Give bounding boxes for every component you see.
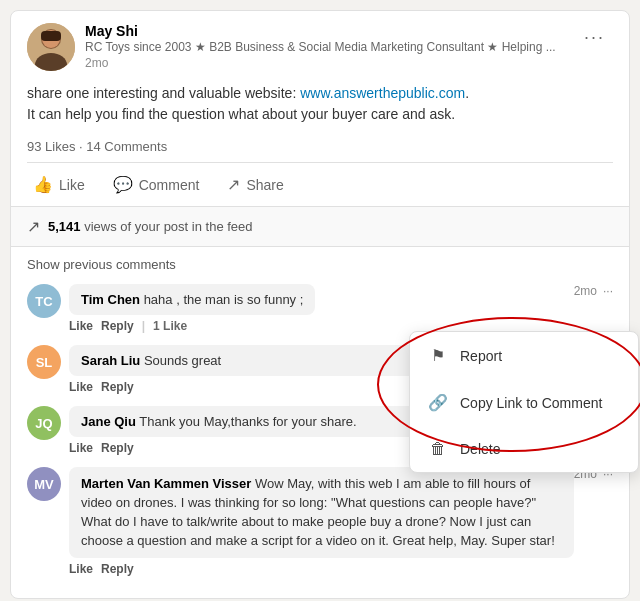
trash-icon: 🗑	[428, 440, 448, 458]
context-menu-report[interactable]: ⚑ Report	[410, 332, 638, 379]
post-time: 2mo	[85, 56, 556, 70]
context-menu: ⚑ Report 🔗 Copy Link to Comment 🗑 Delete	[409, 331, 639, 473]
comment-icon: 💬	[113, 175, 133, 194]
context-menu-report-label: Report	[460, 348, 502, 364]
comment-right-tim: 2mo ···	[574, 284, 613, 298]
commenter-name-tim: Tim Chen	[81, 292, 140, 307]
share-icon: ↗	[227, 175, 240, 194]
comment-actions-marten: Like Reply	[69, 562, 613, 576]
like-btn-marten[interactable]: Like	[69, 562, 93, 576]
comment-bubble-marten: Marten Van Kammen Visser Wow May, with t…	[69, 467, 574, 558]
reply-btn-marten[interactable]: Reply	[101, 562, 134, 576]
commenter-name-sarah: Sarah Liu	[81, 353, 140, 368]
avatar-sarah: SL	[27, 345, 61, 379]
likes-count-tim: 1 Like	[153, 319, 187, 333]
like-icon: 👍	[33, 175, 53, 194]
comment-menu-tim[interactable]: ···	[603, 284, 613, 298]
action-bar: 👍 Like 💬 Comment ↗ Share	[11, 163, 629, 206]
post-content: share one interesting and valuable websi…	[11, 79, 629, 135]
context-menu-copy-link[interactable]: 🔗 Copy Link to Comment	[410, 379, 638, 426]
post-text-before: share one interesting and valuable websi…	[27, 85, 300, 101]
reply-btn-jane[interactable]: Reply	[101, 441, 134, 455]
comment-text-sarah: Sounds great	[144, 353, 221, 368]
author-subtitle: RC Toys since 2003 ★ B2B Business & Soci…	[85, 39, 556, 56]
like-btn-jane[interactable]: Like	[69, 441, 93, 455]
avatar-jane: JQ	[27, 406, 61, 440]
like-btn-tim[interactable]: Like	[69, 319, 93, 333]
comment-time-tim: 2mo	[574, 284, 597, 298]
context-menu-copy-link-label: Copy Link to Comment	[460, 395, 602, 411]
like-button[interactable]: 👍 Like	[19, 167, 99, 202]
reply-btn-sarah[interactable]: Reply	[101, 380, 134, 394]
commenter-name-marten: Marten Van Kammen Visser	[81, 476, 251, 491]
comment-bubble-tim: Tim Chen haha , the man is so funny ;	[69, 284, 315, 315]
share-label: Share	[246, 177, 283, 193]
views-count: 5,141 views of your post in the feed	[48, 219, 253, 234]
views-chart-icon: ↗	[27, 217, 40, 236]
comment-tim: TC Tim Chen haha , the man is so funny ;…	[27, 284, 613, 333]
svg-rect-4	[41, 31, 61, 41]
comment-row-top-marten: Marten Van Kammen Visser Wow May, with t…	[69, 467, 613, 558]
like-btn-sarah[interactable]: Like	[69, 380, 93, 394]
commenter-name-jane: Jane Qiu	[81, 414, 136, 429]
comment-button[interactable]: 💬 Comment	[99, 167, 214, 202]
comment-body-tim: Tim Chen haha , the man is so funny ; 2m…	[69, 284, 613, 333]
comment-text-tim: haha , the man is so funny ;	[144, 292, 304, 307]
post-stats: 93 Likes · 14 Comments	[11, 135, 629, 162]
author-avatar	[27, 23, 75, 71]
comment-marten: MV Marten Van Kammen Visser Wow May, wit…	[27, 467, 613, 576]
reply-btn-tim[interactable]: Reply	[101, 319, 134, 333]
show-previous-comments[interactable]: Show previous comments	[27, 257, 613, 272]
post-link[interactable]: www.answerthepublic.com	[300, 85, 465, 101]
like-label: Like	[59, 177, 85, 193]
context-menu-delete[interactable]: 🗑 Delete	[410, 426, 638, 472]
comment-label: Comment	[139, 177, 200, 193]
share-button[interactable]: ↗ Share	[213, 167, 297, 202]
author-name: May Shi	[85, 23, 556, 39]
flag-icon: ⚑	[428, 346, 448, 365]
views-bar: ↗ 5,141 views of your post in the feed	[11, 206, 629, 247]
post-header: May Shi RC Toys since 2003 ★ B2B Busines…	[11, 11, 629, 79]
comment-body-marten: Marten Van Kammen Visser Wow May, with t…	[69, 467, 613, 576]
post-card: May Shi RC Toys since 2003 ★ B2B Busines…	[10, 10, 630, 599]
link-icon: 🔗	[428, 393, 448, 412]
comment-text-jane: Thank you May,thanks for your share.	[139, 414, 356, 429]
avatar-tim: TC	[27, 284, 61, 318]
comment-row-top-tim: Tim Chen haha , the man is so funny ; 2m…	[69, 284, 613, 315]
context-menu-delete-label: Delete	[460, 441, 500, 457]
post-info: May Shi RC Toys since 2003 ★ B2B Busines…	[85, 23, 556, 70]
post-header-left: May Shi RC Toys since 2003 ★ B2B Busines…	[27, 23, 556, 71]
avatar-marten: MV	[27, 467, 61, 501]
post-menu-button[interactable]: ···	[576, 23, 613, 52]
